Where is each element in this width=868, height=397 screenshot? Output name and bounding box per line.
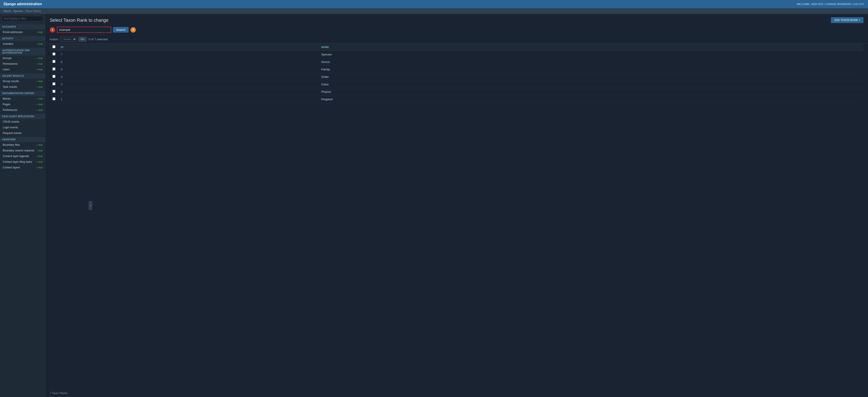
sidebar-item[interactable]: Permissions+ Add: [0, 61, 45, 67]
selected-count: 0 of 7 selected: [89, 37, 108, 41]
col-header-name[interactable]: NAME: [318, 44, 864, 51]
sidebar: ACCOUNTSEmail addresses+ AddACTIVITYActi…: [0, 14, 45, 397]
sidebar-item-add-link[interactable]: + Add: [36, 155, 43, 158]
sidebar-item[interactable]: Email addresses+ Add: [0, 29, 45, 35]
sidebar-item[interactable]: Activities+ Add: [0, 41, 45, 47]
sidebar-section: ACTIVITYActivities+ Add: [0, 36, 45, 47]
row-name: Family: [318, 66, 864, 73]
row-name: Genus: [318, 58, 864, 66]
breadcrumb: Home › Species › Taxon Ranks: [0, 8, 868, 14]
row-name: Species: [318, 51, 864, 58]
row-checkbox-cell: [50, 58, 58, 66]
log-out-link[interactable]: LOG OUT: [853, 3, 864, 5]
sidebar-item[interactable]: Boundary files+ Add: [0, 142, 45, 148]
row-checkbox-cell: [50, 73, 58, 81]
row-id-link[interactable]: 1: [61, 97, 62, 101]
row-id-link[interactable]: 4: [61, 75, 62, 79]
table-row[interactable]: 6Genus: [50, 58, 864, 66]
table-row[interactable]: 4Order: [50, 73, 864, 81]
row-checkbox[interactable]: [53, 97, 55, 100]
sidebar-item-add-link[interactable]: + Add: [36, 86, 43, 88]
row-checkbox[interactable]: [53, 90, 55, 93]
sidebar-item-add-link[interactable]: + Add: [36, 57, 43, 59]
row-id-link[interactable]: 6: [61, 60, 62, 64]
row-checkbox-cell: [50, 66, 58, 73]
add-taxon-rank-button[interactable]: ADD TAXON RANK +: [831, 17, 864, 23]
page-title: Select Taxon Rank to change: [50, 18, 108, 23]
sidebar-item-add-link[interactable]: + Add: [36, 42, 43, 45]
content-header: Select Taxon Rank to change ADD TAXON RA…: [45, 14, 868, 25]
view-site-link[interactable]: VIEW SITE: [811, 3, 824, 5]
row-name: Class: [318, 81, 864, 88]
sidebar-item[interactable]: Blocks+ Add: [0, 96, 45, 102]
sidebar-section: CELERY RESULTSGroup results+ AddTask res…: [0, 73, 45, 90]
sidebar-item-add-link[interactable]: + Add: [36, 97, 43, 100]
sidebar-item[interactable]: Preferences+ Add: [0, 107, 45, 113]
welcome-label: WELCOME,: [797, 3, 810, 5]
sidebar-item-add-link[interactable]: + Add: [36, 62, 43, 65]
sidebar-item-add-link[interactable]: + Add: [36, 149, 43, 152]
sidebar-item-add-link[interactable]: + Add: [36, 31, 43, 33]
sidebar-section-header: FRONTEND: [0, 137, 45, 142]
go-button[interactable]: Go: [78, 37, 87, 41]
row-checkbox-cell: [50, 81, 58, 88]
sidebar-item-add-link[interactable]: + Add: [36, 161, 43, 163]
search-button[interactable]: Search: [113, 27, 129, 33]
row-checkbox[interactable]: [53, 82, 55, 85]
row-checkbox[interactable]: [53, 75, 55, 78]
col-header-id[interactable]: ID: [58, 44, 318, 51]
row-id-link[interactable]: 5: [61, 68, 62, 71]
sidebar-collapse-toggle[interactable]: «: [89, 201, 92, 210]
sidebar-item[interactable]: Boundary search requests+ Add: [0, 148, 45, 153]
row-id: 2: [58, 88, 318, 95]
search-input[interactable]: [57, 27, 111, 33]
sidebar-item[interactable]: Users+ Add: [0, 67, 45, 73]
select-all-checkbox[interactable]: [53, 45, 55, 48]
row-id-link[interactable]: 7: [61, 53, 62, 56]
sidebar-item[interactable]: Context layer legends+ Add: [0, 153, 45, 159]
action-select[interactable]: --------: [61, 36, 76, 42]
sidebar-filter-input[interactable]: [2, 16, 43, 21]
sidebar-item[interactable]: Context layers+ Add: [0, 165, 45, 170]
sidebar-item-label: Group results: [3, 80, 35, 83]
sidebar-filter: [0, 14, 45, 23]
row-checkbox[interactable]: [53, 67, 55, 70]
sidebar-item-add-link[interactable]: + Add: [36, 103, 43, 106]
sidebar-section: ACCOUNTSEmail addresses+ Add: [0, 24, 45, 35]
sidebar-section-header: DOCUMENTATION CENTER: [0, 91, 45, 96]
breadcrumb-home[interactable]: Home: [4, 9, 11, 13]
sidebar-item-label: Login events: [3, 126, 43, 129]
sidebar-item-add-link[interactable]: + Add: [36, 143, 43, 146]
row-id-link[interactable]: 2: [61, 90, 62, 93]
table-row[interactable]: 3Class: [50, 81, 864, 88]
sidebar-item[interactable]: Pages+ Add: [0, 102, 45, 107]
sidebar-item[interactable]: CRUD events: [0, 119, 45, 125]
breadcrumb-species[interactable]: Species: [13, 9, 23, 13]
table-row[interactable]: 7Species: [50, 51, 864, 58]
sidebar-item-label: Activities: [3, 42, 35, 46]
table-row[interactable]: 2Phylum: [50, 88, 864, 95]
sidebar-section-header: AUTHENTICATION AND AUTHORIZATION: [0, 48, 45, 55]
sidebar-item[interactable]: Group results+ Add: [0, 79, 45, 84]
table-row[interactable]: 1Kingdom: [50, 95, 864, 103]
sidebar-item[interactable]: Groups+ Add: [0, 55, 45, 61]
change-password-link[interactable]: CHANGE PASSWORD: [826, 3, 851, 5]
sidebar-item[interactable]: Request events: [0, 131, 45, 136]
row-checkbox[interactable]: [53, 60, 55, 63]
sidebar-item-add-link[interactable]: + Add: [36, 68, 43, 71]
sidebar-item-add-link[interactable]: + Add: [36, 80, 43, 83]
sidebar-item-label: Boundary search requests: [3, 149, 35, 152]
row-id-link[interactable]: 3: [61, 83, 62, 86]
sidebar-item[interactable]: Task results+ Add: [0, 84, 45, 90]
sidebar-item-label: CRUD events: [3, 120, 43, 123]
table-body: 7Species6Genus5Family4Order3Class2Phylum…: [50, 51, 864, 103]
sidebar-item[interactable]: Context layer tiling tasks+ Add: [0, 159, 45, 165]
sidebar-item[interactable]: Login events: [0, 125, 45, 131]
sidebar-item-label: Pages: [3, 103, 35, 106]
sidebar-item-add-link[interactable]: + Add: [36, 166, 43, 169]
table-row[interactable]: 5Family: [50, 66, 864, 73]
row-checkbox[interactable]: [53, 53, 55, 55]
sidebar-section-header: EASY AUDIT APPLICATION: [0, 114, 45, 119]
sidebar-section-header: CELERY RESULTS: [0, 73, 45, 79]
sidebar-item-add-link[interactable]: + Add: [36, 109, 43, 111]
